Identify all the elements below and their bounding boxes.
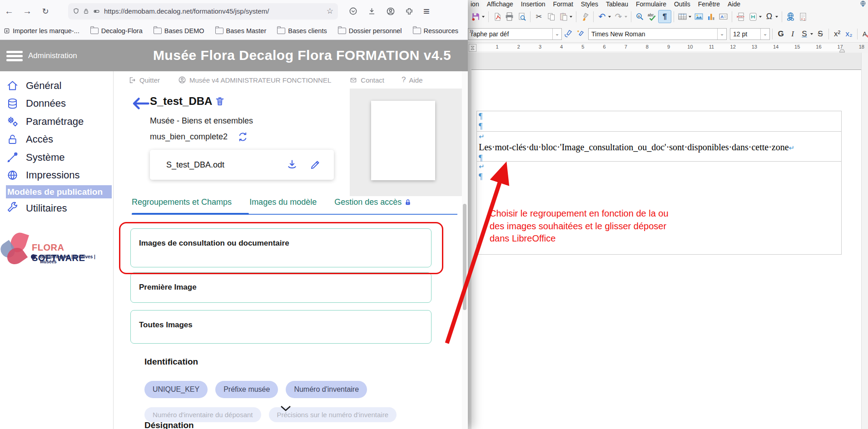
clone-formatting-button[interactable] bbox=[579, 10, 591, 23]
download-file-button[interactable] bbox=[286, 158, 298, 171]
tab-gestion-des-acces[interactable]: Gestion des accès bbox=[334, 197, 412, 207]
insert-image-button[interactable] bbox=[693, 10, 705, 23]
right-indent-marker[interactable] bbox=[839, 49, 845, 53]
print-preview-button[interactable] bbox=[516, 10, 528, 23]
export-pdf-button[interactable] bbox=[491, 10, 503, 23]
url-bar[interactable]: https://demobam.decalog.net/formationv45… bbox=[68, 3, 338, 20]
expand-chevron-icon[interactable] bbox=[280, 405, 292, 412]
strikethrough-button[interactable]: S bbox=[814, 30, 826, 39]
edit-file-button[interactable] bbox=[309, 159, 321, 171]
undo-dropdown[interactable] bbox=[608, 16, 611, 18]
group-card-toutes-images[interactable]: Toutes Images bbox=[130, 310, 432, 344]
sidebar-item-systeme[interactable]: Système bbox=[0, 148, 113, 167]
back-arrow-button[interactable] bbox=[132, 97, 150, 110]
new-style-icon[interactable] bbox=[574, 28, 586, 40]
account-icon[interactable] bbox=[386, 7, 395, 16]
bookmarks-overflow-chevron[interactable]: » bbox=[469, 26, 473, 35]
url-text[interactable]: https://demobam.decalog.net/formationv45… bbox=[104, 7, 323, 15]
horizontal-ruler[interactable]: 123456789101112131415161718 bbox=[468, 43, 868, 53]
menu-item[interactable]: Tableau bbox=[606, 0, 628, 8]
sidebar-item-acces[interactable]: Accès bbox=[0, 131, 113, 149]
user-session[interactable]: Musée v4 ADMINISTRATEUR FONCTIONNEL bbox=[178, 76, 331, 84]
reload-button[interactable]: ↻ bbox=[36, 6, 55, 16]
menu-item[interactable]: ion bbox=[471, 0, 479, 8]
sidebar-item-modeles-publication[interactable]: Modèles de publication bbox=[6, 185, 112, 198]
undo-button[interactable]: ↶ bbox=[596, 10, 608, 23]
libreoffice-vertical-scrollbar[interactable] bbox=[861, 53, 868, 429]
scrollbar-thumb[interactable] bbox=[463, 204, 466, 310]
save-dropdown[interactable] bbox=[482, 16, 485, 18]
sidebar-item-parametrage[interactable]: Paramétrage bbox=[0, 113, 113, 131]
shield-icon[interactable] bbox=[73, 7, 79, 15]
sidebar-item-general[interactable]: Général bbox=[0, 77, 113, 95]
paste-button[interactable] bbox=[557, 10, 570, 23]
menu-item[interactable]: Formulaire bbox=[636, 0, 666, 8]
table-row[interactable]: ¶ ¶ bbox=[476, 111, 842, 132]
save-button[interactable] bbox=[470, 10, 482, 23]
special-character-dropdown[interactable] bbox=[775, 16, 778, 18]
pocket-icon[interactable] bbox=[349, 7, 357, 15]
redo-button[interactable]: ↷ bbox=[612, 10, 625, 23]
insert-field-dropdown[interactable] bbox=[759, 16, 762, 18]
insert-textbox-button[interactable]: A bbox=[717, 10, 729, 23]
special-character-button[interactable]: Ω bbox=[763, 10, 775, 23]
app-menu-icon[interactable] bbox=[6, 51, 23, 61]
delete-model-button[interactable] bbox=[214, 95, 225, 107]
field-chip[interactable]: Préfixe musée bbox=[215, 381, 278, 398]
paste-dropdown[interactable] bbox=[570, 16, 572, 18]
formatting-marks-toggle[interactable]: ¶ bbox=[658, 10, 671, 23]
underline-button[interactable]: S bbox=[799, 30, 810, 39]
insert-chart-button[interactable] bbox=[705, 10, 717, 23]
insert-table-button[interactable] bbox=[676, 10, 689, 23]
tab-images-du-modele[interactable]: Images du modèle bbox=[249, 197, 317, 207]
field-chip[interactable]: UNIQUE_KEY bbox=[144, 381, 208, 398]
redo-dropdown[interactable] bbox=[625, 16, 627, 18]
forward-button[interactable]: → bbox=[18, 6, 36, 16]
bookmark-folder[interactable]: Ressources bbox=[413, 27, 459, 35]
bookmark-folder[interactable]: Bases clients bbox=[277, 27, 327, 35]
font-name-combo[interactable]: Times New Roman⌄ bbox=[588, 28, 727, 40]
bookmark-star-icon[interactable]: ☆ bbox=[327, 6, 333, 16]
bold-button[interactable]: G bbox=[775, 30, 787, 39]
insert-hyperlink-button[interactable] bbox=[784, 10, 797, 23]
lock-icon[interactable] bbox=[83, 8, 89, 15]
quit-button[interactable]: Quitter bbox=[129, 76, 160, 84]
menu-icon[interactable]: ≡ bbox=[423, 5, 430, 18]
menu-item[interactable]: Styles bbox=[581, 0, 598, 8]
tab-regroupements-et-champs[interactable]: Regroupements et Champs bbox=[132, 197, 232, 207]
bookmark-folder[interactable]: Dossier personnel bbox=[338, 27, 402, 35]
font-size-combo[interactable]: 12 pt⌄ bbox=[730, 28, 770, 40]
clear-formatting-button[interactable]: A bbox=[860, 28, 868, 40]
downloads-icon[interactable] bbox=[367, 7, 376, 15]
bookmark-import[interactable]: Importer les marque-... bbox=[4, 27, 79, 35]
subscript-button[interactable]: x₂ bbox=[843, 30, 855, 39]
find-replace-button[interactable]: a bbox=[634, 10, 646, 23]
insert-table-dropdown[interactable] bbox=[689, 16, 691, 18]
bookmark-folder[interactable]: Decalog-Flora bbox=[90, 27, 143, 35]
superscript-button[interactable]: x² bbox=[831, 30, 843, 39]
template-file-card[interactable]: S_test_DBA.odt bbox=[150, 150, 334, 180]
insert-field-button[interactable] bbox=[747, 10, 759, 23]
menu-item[interactable]: Outils bbox=[674, 0, 690, 8]
refresh-button[interactable] bbox=[237, 131, 248, 143]
spellcheck-button[interactable]: abc bbox=[646, 10, 658, 23]
bookmark-folder[interactable]: Bases Master bbox=[215, 27, 267, 35]
sidebar-item-impressions[interactable]: Impressions bbox=[0, 167, 113, 185]
permissions-icon[interactable] bbox=[93, 8, 100, 15]
table-row[interactable]: ↵ Les·mot-clés·du·bloc·'Image_consultati… bbox=[476, 132, 842, 162]
italic-button[interactable]: I bbox=[787, 30, 799, 39]
menu-item[interactable]: Affichage bbox=[487, 0, 513, 8]
extensions-icon[interactable] bbox=[405, 7, 413, 15]
menu-item[interactable]: Format bbox=[553, 0, 573, 8]
bookmark-folder[interactable]: Bases DEMO bbox=[154, 27, 204, 35]
help-button[interactable]: ? Aide bbox=[402, 75, 423, 84]
menu-item[interactable]: Insertion bbox=[521, 0, 546, 8]
paragraph-style-combo[interactable]: raphe par déf⌄ bbox=[468, 28, 562, 40]
group-card-premiere-image[interactable]: Première Image bbox=[130, 272, 432, 303]
copy-button[interactable] bbox=[545, 10, 557, 23]
back-button[interactable]: ← bbox=[0, 6, 18, 16]
print-button[interactable] bbox=[503, 10, 516, 23]
document-text[interactable]: Les·mot-clés·du·bloc·'Image_consultation… bbox=[479, 142, 841, 153]
field-chip[interactable]: Numéro d'inventaire bbox=[286, 381, 367, 398]
sidebar-item-utilitaires[interactable]: Utilitaires bbox=[0, 199, 113, 217]
